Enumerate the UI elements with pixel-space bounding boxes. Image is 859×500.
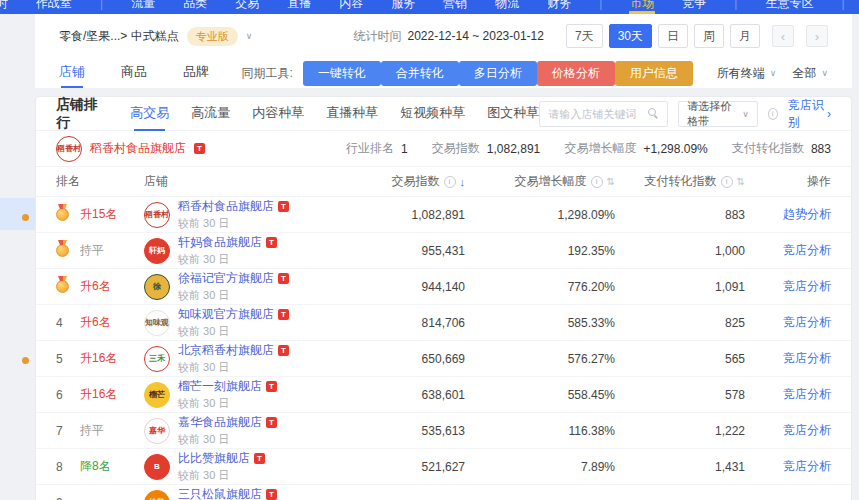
top-nav-item[interactable]: |	[597, 0, 604, 13]
analysis-link[interactable]: 竞店分析	[783, 351, 831, 365]
table-row[interactable]: 5 升16名 三禾 北京稻香村旗舰店 T 较前 30 日 650,669 576…	[36, 341, 851, 377]
tmall-badge-icon: T	[266, 489, 277, 500]
shop-name-link[interactable]: 北京稻香村旗舰店	[178, 342, 274, 359]
gutter-marker-dot	[22, 357, 29, 364]
top-nav-item[interactable]: |	[839, 0, 846, 13]
ranking-type-tab[interactable]: 高交易	[130, 97, 169, 131]
top-nav-item[interactable]: 物流	[493, 0, 521, 13]
shop-name-link[interactable]: 榴芒一刻旗舰店	[178, 378, 262, 395]
table-row[interactable]: 8 降8名 B 比比赞旗舰店 T 较前 30 日 521,627 7.89% 1…	[36, 449, 851, 485]
analysis-link[interactable]: 趋势分析	[783, 207, 831, 221]
dimension-dropdown[interactable]: 全部 ∨	[792, 65, 828, 82]
next-period-button[interactable]: ›	[806, 25, 828, 47]
table-row[interactable]: 7 持平 嘉华 嘉华食品旗舰店 T 较前 30 日 535,613 116.38…	[36, 413, 851, 449]
tool-button[interactable]: 一键转化	[303, 61, 381, 86]
shop-name-link[interactable]: 轩妈食品旗舰店	[178, 234, 262, 251]
competitor-identify-link[interactable]: 竞店识别 ›	[788, 97, 831, 131]
top-nav-item[interactable]: 作战室	[34, 0, 74, 13]
shop-name-link[interactable]: 三只松鼠旗舰店	[178, 486, 262, 500]
ranking-type-tab[interactable]: 短视频种草	[400, 97, 465, 131]
compare-period-label: 较前 30 日	[178, 288, 289, 303]
entity-tab[interactable]: 品牌	[183, 58, 209, 88]
table-row[interactable]: 3 升6名 徐 徐福记官方旗舰店 T 较前 30 日 944,140 776.2…	[36, 269, 851, 305]
analysis-link[interactable]: 竞店分析	[783, 387, 831, 401]
date-range-button[interactable]: 周	[694, 24, 724, 48]
dimension-dropdown-label: 全部	[792, 65, 816, 82]
conversion-index-value: 825	[615, 316, 745, 330]
shop-search-input[interactable]	[539, 101, 668, 127]
shop-name-link[interactable]: 嘉华食品旗舰店	[178, 414, 262, 431]
table-row[interactable]: 6 升16名 榴芒 榴芒一刻旗舰店 T 较前 30 日 638,601 558.…	[36, 377, 851, 413]
top-nav-item[interactable]: |	[732, 0, 739, 13]
table-row[interactable]: 4 升6名 知味观 知味观官方旗舰店 T 较前 30 日 814,706 585…	[36, 305, 851, 341]
top-nav-item[interactable]: 竞争	[680, 0, 708, 13]
shop-name-link[interactable]: 比比赞旗舰店	[178, 450, 250, 467]
metric-label: 交易增长幅度	[564, 140, 636, 157]
featured-shop-name[interactable]: 稻香村食品旗舰店	[90, 140, 186, 157]
conversion-index-value: 1,000	[615, 244, 745, 258]
top-nav-item[interactable]: 市场	[628, 0, 656, 13]
featured-metrics: 行业排名 1 交易指数 1,082,891 交易增长幅度 +1,298.09% …	[346, 140, 831, 157]
top-nav-item[interactable]: 财务	[545, 0, 573, 13]
tmall-badge-icon: T	[266, 237, 277, 248]
prev-period-button[interactable]: ‹	[772, 25, 794, 47]
top-nav-item[interactable]: 流量	[129, 0, 157, 13]
dimension-dropdown[interactable]: 所有终端 ∨	[717, 65, 777, 82]
chevron-down-icon[interactable]: ∨	[246, 31, 253, 41]
competitor-identify-label: 竞店识别	[788, 97, 824, 131]
metric-column-header[interactable]: 交易指数 i ↓	[355, 173, 465, 190]
category-breadcrumb[interactable]: 零食/坚果...> 中式糕点	[59, 28, 179, 45]
compare-period-label: 较前 30 日	[178, 252, 277, 267]
compare-period-label: 较前 30 日	[178, 360, 289, 375]
analysis-link[interactable]: 竞店分析	[783, 459, 831, 473]
analysis-link[interactable]: 竞店分析	[783, 423, 831, 437]
ranking-type-tab[interactable]: 高流量	[191, 97, 230, 131]
top-nav-item[interactable]: 内容	[337, 0, 365, 13]
table-row[interactable]: 1 升15名 稻香村 稻香村食品旗舰店 T 较前 30 日 1,082,891 …	[36, 197, 851, 233]
ranking-type-tab[interactable]: 内容种草	[252, 97, 304, 131]
date-range-button[interactable]: 日	[658, 24, 688, 48]
tmall-badge-icon: T	[266, 381, 277, 392]
tool-button[interactable]: 多日分析	[459, 61, 537, 86]
analysis-link[interactable]: 竞店分析	[783, 279, 831, 293]
analysis-link[interactable]: 竞店分析	[783, 315, 831, 329]
trade-index-value: 1,082,891	[355, 208, 465, 222]
top-nav-item[interactable]: 品类	[181, 0, 209, 13]
sort-icon[interactable]: ⇅	[607, 176, 615, 187]
date-range-value: 2022-12-14 ~ 2023-01-12	[408, 29, 544, 43]
search-icon[interactable]	[648, 108, 659, 119]
ranking-type-tab[interactable]: 图文种草	[487, 97, 539, 131]
table-header-row: 排名 店铺 交易指数 i ↓ 交易增长幅度 i ⇅ 支付转化指数 i ⇅ 操作	[36, 167, 851, 197]
metric-column-header[interactable]: 支付转化指数 i ⇅	[615, 173, 745, 190]
search-input[interactable]	[548, 108, 648, 120]
shop-name-link[interactable]: 稻香村食品旗舰店	[178, 198, 274, 215]
top-nav-item[interactable]: 交易	[233, 0, 261, 13]
featured-metric: 支付转化指数 883	[732, 140, 831, 157]
top-nav-item[interactable]: 服务	[389, 0, 417, 13]
tool-button[interactable]: 合并转化	[381, 61, 459, 86]
top-nav-item[interactable]: 实时	[0, 0, 10, 13]
analysis-link[interactable]: 竞店分析	[783, 243, 831, 257]
tool-button[interactable]: 价格分析	[537, 61, 615, 86]
ranking-type-tab[interactable]: 直播种草	[326, 97, 378, 131]
top-nav-item[interactable]: 营销	[441, 0, 469, 13]
top-nav-item[interactable]: 直播	[285, 0, 313, 13]
tool-button[interactable]: 用户信息	[615, 61, 693, 86]
shop-name-link[interactable]: 知味观官方旗舰店	[178, 306, 274, 323]
entity-tab[interactable]: 店铺	[59, 58, 85, 88]
date-range-button[interactable]: 月	[730, 24, 760, 48]
table-row[interactable]: 9 松鼠 三只松鼠旗舰店 T 较前 30 日	[36, 485, 851, 500]
shop-name-link[interactable]: 徐福记官方旗舰店	[178, 270, 274, 287]
top-nav-item-label: 服务	[391, 0, 415, 10]
sort-icon[interactable]: ⇅	[737, 176, 745, 187]
date-range-button[interactable]: 7天	[566, 24, 603, 48]
date-range-button[interactable]: 30天	[609, 24, 652, 48]
info-icon: i	[444, 176, 456, 188]
top-nav-item[interactable]: 生意专区	[763, 0, 815, 13]
top-nav-item[interactable]: |	[98, 0, 105, 13]
table-row[interactable]: 2 持平 轩妈 轩妈食品旗舰店 T 较前 30 日 955,431 192.35…	[36, 233, 851, 269]
conversion-index-value: 1,222	[615, 424, 745, 438]
entity-tab[interactable]: 商品	[121, 58, 147, 88]
metric-column-header[interactable]: 交易增长幅度 i ⇅	[465, 173, 615, 190]
price-band-select[interactable]: 请选择价格带 ∨	[678, 101, 757, 127]
